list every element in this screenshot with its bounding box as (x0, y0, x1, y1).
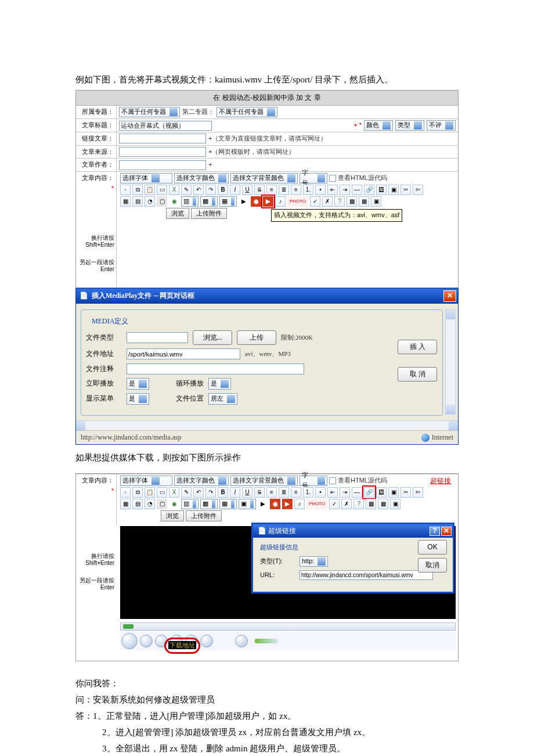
clock-icon[interactable]: ◔ (145, 499, 155, 509)
scissors-icon[interactable]: ✄ (413, 185, 423, 195)
close-button[interactable]: ✕ (443, 290, 456, 302)
scissors-icon[interactable]: ✄ (413, 487, 423, 498)
excel-icon[interactable]: X (169, 185, 179, 195)
select-review[interactable]: 不评 (427, 120, 456, 131)
scrollbar-vertical[interactable] (445, 309, 456, 415)
paste-icon[interactable]: 📋 (145, 487, 155, 498)
bold-icon[interactable]: B (218, 185, 228, 195)
select-color[interactable]: 颜色 (364, 120, 393, 131)
sound-icon[interactable]: ♪ (275, 196, 286, 207)
indent-icon[interactable]: ⇥ (340, 185, 350, 195)
upload-button[interactable]: 上传 (237, 330, 276, 345)
select-tool-2[interactable]: ▩ (200, 499, 218, 509)
help-icon[interactable]: ? (353, 499, 364, 509)
sound-icon[interactable]: ♪ (294, 499, 305, 509)
italic-icon[interactable]: I (230, 185, 240, 195)
outdent-icon[interactable]: ⇤ (327, 185, 338, 195)
select-text-color[interactable]: 选择文字颜色 (174, 173, 229, 183)
select-tool-1[interactable]: ▥ (181, 196, 199, 207)
next-button[interactable] (200, 635, 213, 647)
excel-icon[interactable]: X (169, 487, 179, 498)
select-font[interactable]: 选择字体 (120, 173, 172, 183)
align-right-icon[interactable]: ≡ (291, 185, 301, 195)
strike-icon[interactable]: S̶ (254, 487, 265, 498)
cancel-button[interactable]: 取消 (418, 558, 447, 573)
select-topic[interactable]: 不属于任何专题 (119, 107, 180, 117)
align-left-icon[interactable]: ≡ (266, 185, 277, 195)
hyperlink-icon[interactable]: 🔗 (364, 487, 374, 498)
align-right-icon[interactable]: ≡ (291, 487, 301, 498)
x-icon[interactable]: ✗ (322, 196, 333, 207)
x-icon[interactable]: ✗ (341, 499, 352, 509)
scrollbar-horizontal[interactable] (76, 420, 458, 430)
select-bg-color[interactable]: 选择文字背景颜色 (230, 173, 298, 183)
redo-icon[interactable]: ↷ (205, 487, 216, 498)
flag-icon[interactable]: ▶ (258, 499, 268, 509)
underline-icon[interactable]: U (242, 487, 252, 498)
box-icon[interactable]: ▢ (157, 196, 167, 207)
input-file-note[interactable] (127, 363, 304, 375)
table-icon[interactable]: ▦ (120, 499, 131, 509)
browse-button[interactable]: 浏览 (166, 208, 189, 219)
stop-button[interactable] (140, 635, 153, 647)
clock-icon[interactable]: ◔ (145, 196, 155, 207)
list-ul-icon[interactable]: • (315, 185, 326, 195)
select-text-color[interactable]: 选择文字颜色 (174, 476, 229, 486)
select-loop[interactable]: 是 (208, 378, 231, 390)
list-ol-icon[interactable]: 1. (303, 185, 313, 195)
select-link-type[interactable]: http: (300, 556, 328, 567)
mute-button[interactable] (235, 635, 248, 647)
select-font[interactable]: 选择字体 (120, 476, 172, 486)
picture-icon[interactable]: ▩ (347, 196, 357, 207)
form-icon[interactable]: ▤ (132, 499, 143, 509)
select-topic2[interactable]: 不属于任何专题 (217, 107, 277, 117)
media-icon[interactable]: ▣ (388, 185, 399, 195)
select-tool-3[interactable]: ▦ (219, 499, 237, 509)
insert-flash-icon[interactable]: ◉ (251, 196, 261, 207)
picture-icon[interactable]: ▩ (366, 499, 376, 509)
picture3-icon[interactable]: ▣ (371, 196, 381, 207)
select-tool-1[interactable]: ▥ (181, 499, 199, 509)
upload-attach-button[interactable]: 上传附件 (191, 208, 227, 219)
align-center-icon[interactable]: ≣ (279, 185, 289, 195)
select-tool-4[interactable]: ▣ (239, 499, 256, 509)
select-position[interactable]: 居左 (208, 393, 237, 405)
help-icon[interactable]: ? (334, 196, 345, 207)
insert-video-icon[interactable]: ▶ (282, 499, 293, 509)
image-icon[interactable]: 🖼 (376, 185, 387, 195)
hr-icon[interactable]: — (352, 487, 362, 498)
copy-icon[interactable]: ⧉ (132, 185, 143, 195)
indent-icon[interactable]: ⇥ (340, 487, 350, 498)
underline-icon[interactable]: U (242, 185, 252, 195)
new-doc-icon[interactable]: ▫ (120, 185, 131, 195)
input-link[interactable] (119, 134, 206, 143)
strike-icon[interactable]: S̶ (254, 185, 265, 195)
input-link-url[interactable] (300, 570, 433, 580)
italic-icon[interactable]: I (230, 487, 240, 498)
play-button[interactable] (121, 633, 138, 649)
table-icon[interactable]: ▦ (120, 196, 131, 207)
cut-icon[interactable]: ✂ (400, 487, 411, 498)
select-bg-color[interactable]: 选择文字背景颜色 (230, 476, 298, 486)
undo-icon[interactable]: ↶ (193, 185, 204, 195)
player-progress[interactable] (120, 622, 456, 631)
align-center-icon[interactable]: ≣ (279, 487, 289, 498)
circle-icon[interactable]: ◉ (169, 196, 179, 207)
picture2-icon[interactable]: ▦ (378, 499, 388, 509)
picture2-icon[interactable]: ▦ (359, 196, 369, 207)
doc-icon[interactable]: ▭ (157, 487, 167, 498)
link-icon[interactable]: 🔗 (364, 185, 374, 195)
picture3-icon[interactable]: ▣ (390, 499, 400, 509)
photo-button[interactable]: PHOTO (306, 499, 327, 509)
paste-icon[interactable]: 📋 (145, 185, 155, 195)
redo-icon[interactable]: ↷ (205, 185, 216, 195)
checkbox-view-source[interactable] (329, 477, 336, 484)
outdent-icon[interactable]: ⇤ (327, 487, 338, 498)
align-left-icon[interactable]: ≡ (266, 487, 277, 498)
insert-flash-icon[interactable]: ◉ (270, 499, 280, 509)
new-doc-icon[interactable]: ▫ (120, 487, 131, 498)
select-type[interactable]: 类型 (395, 120, 424, 131)
download-link[interactable]: 下载地址 (168, 641, 196, 649)
hr-icon[interactable]: — (352, 185, 362, 195)
select-font-size[interactable]: 字号 (300, 173, 327, 183)
